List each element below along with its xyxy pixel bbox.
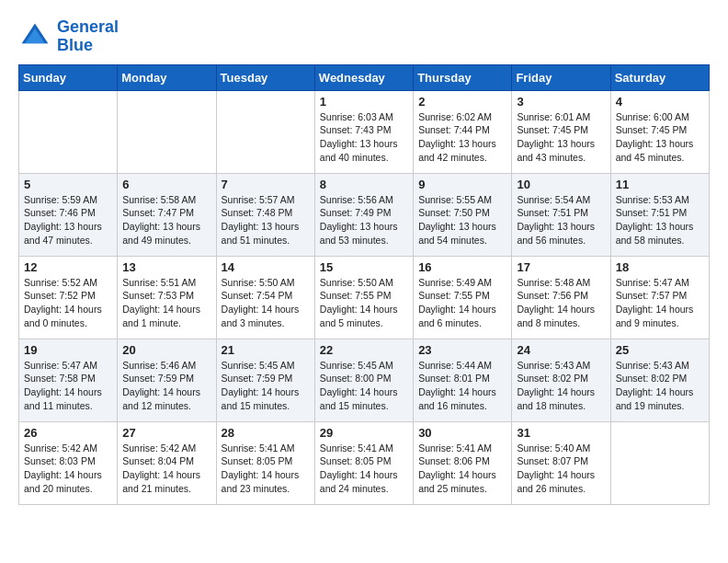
calendar-cell: 31Sunrise: 5:40 AM Sunset: 8:07 PM Dayli… bbox=[512, 421, 610, 504]
day-number: 12 bbox=[24, 260, 112, 274]
calendar-cell: 26Sunrise: 5:42 AM Sunset: 8:03 PM Dayli… bbox=[19, 421, 118, 504]
calendar-cell: 7Sunrise: 5:57 AM Sunset: 7:48 PM Daylig… bbox=[216, 173, 314, 256]
calendar-cell: 9Sunrise: 5:55 AM Sunset: 7:50 PM Daylig… bbox=[414, 173, 512, 256]
calendar-cell: 21Sunrise: 5:45 AM Sunset: 7:59 PM Dayli… bbox=[216, 339, 314, 421]
calendar-cell: 6Sunrise: 5:58 AM Sunset: 7:47 PM Daylig… bbox=[118, 173, 216, 256]
day-number: 18 bbox=[616, 260, 704, 274]
day-number: 23 bbox=[418, 343, 506, 357]
calendar-cell: 5Sunrise: 5:59 AM Sunset: 7:46 PM Daylig… bbox=[19, 173, 118, 256]
day-info: Sunrise: 5:43 AM Sunset: 8:02 PM Dayligh… bbox=[517, 359, 605, 413]
header-sunday: Sunday bbox=[19, 64, 118, 90]
day-info: Sunrise: 5:49 AM Sunset: 7:55 PM Dayligh… bbox=[418, 276, 506, 330]
calendar-body: 1Sunrise: 6:03 AM Sunset: 7:43 PM Daylig… bbox=[19, 90, 710, 504]
calendar-cell: 24Sunrise: 5:43 AM Sunset: 8:02 PM Dayli… bbox=[512, 339, 610, 421]
day-number: 5 bbox=[24, 178, 112, 191]
header-tuesday: Tuesday bbox=[216, 64, 314, 90]
day-info: Sunrise: 5:41 AM Sunset: 8:05 PM Dayligh… bbox=[222, 442, 310, 496]
calendar-cell: 29Sunrise: 5:41 AM Sunset: 8:05 PM Dayli… bbox=[314, 421, 413, 504]
logo-icon bbox=[18, 20, 51, 53]
header-friday: Friday bbox=[512, 64, 610, 90]
day-info: Sunrise: 5:53 AM Sunset: 7:51 PM Dayligh… bbox=[616, 193, 704, 247]
day-info: Sunrise: 5:44 AM Sunset: 8:01 PM Dayligh… bbox=[418, 359, 506, 413]
calendar-cell: 14Sunrise: 5:50 AM Sunset: 7:54 PM Dayli… bbox=[216, 256, 314, 339]
day-number: 28 bbox=[222, 426, 310, 440]
day-info: Sunrise: 5:46 AM Sunset: 7:59 PM Dayligh… bbox=[122, 359, 210, 413]
week-row-5: 26Sunrise: 5:42 AM Sunset: 8:03 PM Dayli… bbox=[19, 421, 710, 504]
calendar-cell: 16Sunrise: 5:49 AM Sunset: 7:55 PM Dayli… bbox=[414, 256, 512, 339]
day-number: 9 bbox=[418, 178, 506, 191]
day-number: 22 bbox=[320, 343, 408, 357]
header-saturday: Saturday bbox=[610, 64, 709, 90]
day-number: 31 bbox=[517, 426, 605, 440]
calendar-cell bbox=[118, 90, 216, 173]
day-number: 20 bbox=[122, 343, 210, 357]
day-info: Sunrise: 5:40 AM Sunset: 8:07 PM Dayligh… bbox=[517, 442, 605, 496]
day-info: Sunrise: 5:59 AM Sunset: 7:46 PM Dayligh… bbox=[24, 193, 112, 247]
day-info: Sunrise: 5:52 AM Sunset: 7:52 PM Dayligh… bbox=[24, 276, 112, 330]
day-info: Sunrise: 5:47 AM Sunset: 7:58 PM Dayligh… bbox=[24, 359, 112, 413]
day-number: 6 bbox=[122, 178, 210, 191]
day-number: 14 bbox=[222, 260, 310, 274]
day-number: 17 bbox=[517, 260, 605, 274]
day-info: Sunrise: 6:01 AM Sunset: 7:45 PM Dayligh… bbox=[517, 110, 605, 165]
week-row-3: 12Sunrise: 5:52 AM Sunset: 7:52 PM Dayli… bbox=[19, 256, 710, 339]
day-number: 4 bbox=[616, 95, 704, 109]
calendar-cell: 30Sunrise: 5:41 AM Sunset: 8:06 PM Dayli… bbox=[414, 421, 512, 504]
day-number: 29 bbox=[320, 426, 408, 440]
day-info: Sunrise: 5:45 AM Sunset: 7:59 PM Dayligh… bbox=[222, 359, 310, 413]
calendar-cell: 10Sunrise: 5:54 AM Sunset: 7:51 PM Dayli… bbox=[512, 173, 610, 256]
day-info: Sunrise: 5:42 AM Sunset: 8:04 PM Dayligh… bbox=[122, 442, 210, 496]
day-number: 3 bbox=[517, 95, 605, 109]
calendar-cell bbox=[19, 90, 118, 173]
calendar-cell: 20Sunrise: 5:46 AM Sunset: 7:59 PM Dayli… bbox=[118, 339, 216, 421]
calendar-cell: 28Sunrise: 5:41 AM Sunset: 8:05 PM Dayli… bbox=[216, 421, 314, 504]
day-info: Sunrise: 5:45 AM Sunset: 8:00 PM Dayligh… bbox=[320, 359, 408, 413]
calendar-cell: 8Sunrise: 5:56 AM Sunset: 7:49 PM Daylig… bbox=[314, 173, 413, 256]
day-number: 16 bbox=[418, 260, 506, 274]
day-number: 19 bbox=[24, 343, 112, 357]
logo: General Blue bbox=[18, 18, 119, 55]
day-info: Sunrise: 5:47 AM Sunset: 7:57 PM Dayligh… bbox=[616, 276, 704, 330]
day-number: 27 bbox=[122, 426, 210, 440]
calendar-cell: 4Sunrise: 6:00 AM Sunset: 7:45 PM Daylig… bbox=[610, 90, 709, 173]
day-number: 26 bbox=[24, 426, 112, 440]
calendar-cell: 1Sunrise: 6:03 AM Sunset: 7:43 PM Daylig… bbox=[314, 90, 413, 173]
calendar-cell: 25Sunrise: 5:43 AM Sunset: 8:02 PM Dayli… bbox=[610, 339, 709, 421]
calendar-cell: 3Sunrise: 6:01 AM Sunset: 7:45 PM Daylig… bbox=[512, 90, 610, 173]
logo-text: General Blue bbox=[57, 18, 119, 55]
week-row-4: 19Sunrise: 5:47 AM Sunset: 7:58 PM Dayli… bbox=[19, 339, 710, 421]
day-info: Sunrise: 5:56 AM Sunset: 7:49 PM Dayligh… bbox=[320, 193, 408, 247]
calendar-header: SundayMondayTuesdayWednesdayThursdayFrid… bbox=[19, 64, 710, 90]
day-info: Sunrise: 6:00 AM Sunset: 7:45 PM Dayligh… bbox=[616, 110, 704, 165]
calendar-cell: 23Sunrise: 5:44 AM Sunset: 8:01 PM Dayli… bbox=[414, 339, 512, 421]
calendar-cell: 19Sunrise: 5:47 AM Sunset: 7:58 PM Dayli… bbox=[19, 339, 118, 421]
day-number: 21 bbox=[222, 343, 310, 357]
day-info: Sunrise: 5:50 AM Sunset: 7:54 PM Dayligh… bbox=[222, 276, 310, 330]
day-info: Sunrise: 5:55 AM Sunset: 7:50 PM Dayligh… bbox=[418, 193, 506, 247]
day-info: Sunrise: 6:02 AM Sunset: 7:44 PM Dayligh… bbox=[418, 110, 506, 165]
page-header: General Blue bbox=[18, 18, 710, 55]
day-info: Sunrise: 5:58 AM Sunset: 7:47 PM Dayligh… bbox=[122, 193, 210, 247]
day-number: 24 bbox=[517, 343, 605, 357]
calendar-cell: 11Sunrise: 5:53 AM Sunset: 7:51 PM Dayli… bbox=[610, 173, 709, 256]
day-number: 8 bbox=[320, 178, 408, 191]
day-number: 11 bbox=[616, 178, 704, 191]
calendar-cell: 27Sunrise: 5:42 AM Sunset: 8:04 PM Dayli… bbox=[118, 421, 216, 504]
week-row-2: 5Sunrise: 5:59 AM Sunset: 7:46 PM Daylig… bbox=[19, 173, 710, 256]
calendar-cell: 13Sunrise: 5:51 AM Sunset: 7:53 PM Dayli… bbox=[118, 256, 216, 339]
day-number: 25 bbox=[616, 343, 704, 357]
day-info: Sunrise: 5:43 AM Sunset: 8:02 PM Dayligh… bbox=[616, 359, 704, 413]
calendar-cell: 17Sunrise: 5:48 AM Sunset: 7:56 PM Dayli… bbox=[512, 256, 610, 339]
day-info: Sunrise: 6:03 AM Sunset: 7:43 PM Dayligh… bbox=[320, 110, 408, 165]
header-wednesday: Wednesday bbox=[314, 64, 413, 90]
calendar-cell: 2Sunrise: 6:02 AM Sunset: 7:44 PM Daylig… bbox=[414, 90, 512, 173]
day-number: 15 bbox=[320, 260, 408, 274]
day-number: 30 bbox=[418, 426, 506, 440]
calendar-cell bbox=[610, 421, 709, 504]
day-info: Sunrise: 5:48 AM Sunset: 7:56 PM Dayligh… bbox=[517, 276, 605, 330]
calendar-cell bbox=[216, 90, 314, 173]
day-info: Sunrise: 5:41 AM Sunset: 8:06 PM Dayligh… bbox=[418, 442, 506, 496]
week-row-1: 1Sunrise: 6:03 AM Sunset: 7:43 PM Daylig… bbox=[19, 90, 710, 173]
day-number: 1 bbox=[320, 95, 408, 109]
day-info: Sunrise: 5:54 AM Sunset: 7:51 PM Dayligh… bbox=[517, 193, 605, 247]
